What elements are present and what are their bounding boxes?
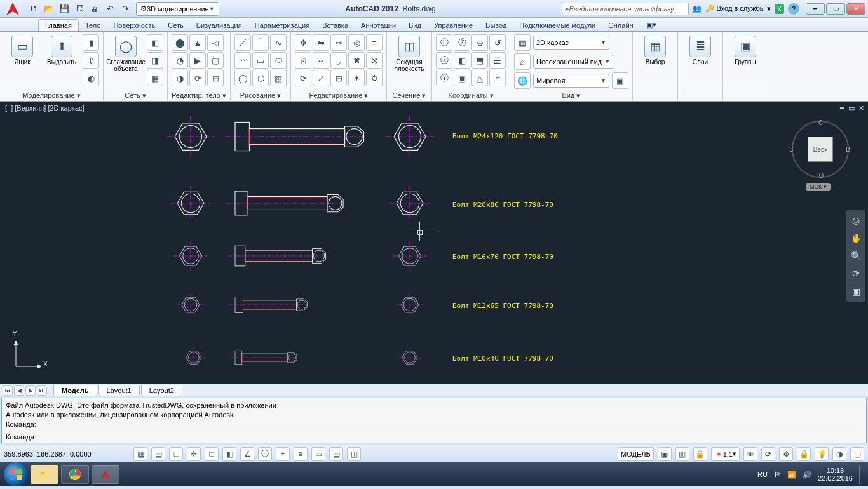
tab-view[interactable]: Вид: [402, 20, 428, 31]
help-icon[interactable]: ?: [788, 3, 799, 15]
faceextrude-icon[interactable]: ▲: [189, 34, 206, 51]
align-icon[interactable]: ≡: [366, 34, 383, 51]
zoom-icon[interactable]: 🔍: [849, 249, 863, 263]
taskbar-explorer-icon[interactable]: 📁: [31, 465, 58, 484]
ducs-icon[interactable]: Ⓛ: [258, 447, 272, 461]
visualstyle-icon[interactable]: ▦: [514, 34, 531, 51]
tab-insert[interactable]: Вставка: [316, 20, 355, 31]
command-input[interactable]: [40, 433, 862, 441]
hardware-accel-icon[interactable]: 💡: [815, 447, 829, 461]
panel-coords-title[interactable]: Координаты ▾: [436, 90, 506, 101]
workspace-selector[interactable]: ⚙ 3D моделирование ▼: [136, 2, 219, 16]
polysolid-icon[interactable]: ▮: [83, 34, 99, 51]
sc-icon[interactable]: ◫: [347, 447, 361, 461]
ucs-named-icon[interactable]: ☰: [489, 52, 506, 69]
tpy-icon[interactable]: ▭: [311, 447, 325, 461]
mdi-close-icon[interactable]: ✕: [858, 104, 864, 112]
taskbar-autocad-icon[interactable]: [92, 465, 119, 484]
subscription-icon[interactable]: 👥: [693, 4, 702, 13]
mdi-min-icon[interactable]: ━: [840, 104, 844, 112]
drawing-area[interactable]: [–] [Верхняя] [2D каркас] ━ ▭ ✕: [0, 102, 868, 384]
layers-button[interactable]: ≣Слои: [682, 34, 719, 67]
ucs-combo-icon[interactable]: 🌐: [514, 72, 531, 89]
viewcube[interactable]: Верх С Ю В З МСК ▾: [792, 121, 849, 178]
revolve-icon[interactable]: ◐: [83, 70, 99, 86]
app-menu-icon[interactable]: [3, 0, 23, 19]
minimize-button[interactable]: ━: [806, 3, 825, 15]
snap-icon[interactable]: ▦: [133, 447, 147, 461]
panel-modify-title[interactable]: Редактирование ▾: [295, 90, 383, 101]
panel-modeling-title[interactable]: Моделирование ▾: [4, 90, 99, 101]
array-icon[interactable]: ⊞: [330, 70, 347, 86]
mesh-less-icon[interactable]: ◨: [147, 52, 163, 69]
rotate-icon[interactable]: ⟳: [295, 70, 311, 86]
section-plane-button[interactable]: ◫Секущая плоскость: [391, 34, 428, 74]
isolate-icon[interactable]: ◑: [832, 447, 846, 461]
3dmove-icon[interactable]: ⤨: [366, 52, 383, 69]
trim-icon[interactable]: ✂: [330, 34, 347, 51]
toolbar-lock-icon[interactable]: 🔒: [797, 447, 811, 461]
pline-icon[interactable]: 〰: [234, 52, 251, 69]
coordinates-readout[interactable]: 359.8963, 166.2687, 0.0000: [4, 450, 118, 458]
qat-save-icon[interactable]: 💾: [57, 2, 71, 16]
named-view-combo[interactable]: Несохраненный вид▼: [533, 55, 613, 69]
orbit-icon[interactable]: ⟳: [849, 267, 863, 281]
tab-layout2[interactable]: Layout2: [141, 385, 182, 396]
selection-button[interactable]: ▦Выбор: [637, 34, 674, 67]
maximize-button[interactable]: ▭: [826, 3, 845, 15]
tab-mesh[interactable]: Сеть: [161, 20, 189, 31]
separate-icon[interactable]: ⊟: [207, 70, 224, 86]
panel-section-title[interactable]: Сечение ▾: [391, 90, 428, 101]
presspull-icon[interactable]: ⇕: [83, 52, 99, 69]
qat-saveas-icon[interactable]: 🖫: [72, 2, 86, 16]
3drotate-icon[interactable]: ⥁: [366, 70, 383, 86]
smooth-button[interactable]: ◯Сглаживание объекта: [107, 34, 144, 74]
ucs-world-icon[interactable]: Ⓛ: [436, 34, 452, 51]
ortho-icon[interactable]: ∟: [169, 447, 183, 461]
tab-annotate[interactable]: Аннотации: [355, 20, 402, 31]
hatch-icon[interactable]: ▨: [270, 70, 287, 86]
spline-icon[interactable]: ∿: [270, 34, 287, 51]
lwt-icon[interactable]: ≡: [294, 447, 308, 461]
ribbon-minimize-icon[interactable]: ▣▾: [640, 19, 663, 31]
tab-model[interactable]: Модель: [53, 385, 97, 396]
qp-icon[interactable]: ▤: [329, 447, 343, 461]
panel-view-title[interactable]: Вид ▾: [514, 90, 628, 101]
tray-clock[interactable]: 10:1322.02.2016: [818, 467, 853, 482]
facemove-icon[interactable]: ▶: [189, 52, 206, 69]
command-window[interactable]: Файл Autodesk DWG. Это файл формата Trus…: [1, 398, 867, 443]
exchange-icon[interactable]: X: [775, 4, 784, 14]
explode-icon[interactable]: ✶: [348, 70, 365, 86]
3dosnap-icon[interactable]: ◧: [222, 447, 236, 461]
otrack-icon[interactable]: ∠: [240, 447, 254, 461]
ucs-3p-icon[interactable]: △: [471, 70, 488, 86]
namedview-icon[interactable]: ⌂: [514, 53, 531, 70]
tab-solid[interactable]: Тело: [79, 20, 107, 31]
polar-icon[interactable]: ✛: [187, 447, 201, 461]
osnap-icon[interactable]: □: [205, 447, 219, 461]
mirror-icon[interactable]: ⇋: [313, 34, 329, 51]
tab-online[interactable]: Онлайн: [602, 20, 639, 31]
infocenter-search[interactable]: ▸ Введите ключевое слово/фразу: [562, 3, 689, 15]
ucs-view-icon[interactable]: ▣: [454, 70, 470, 86]
showmotion-icon[interactable]: ▣: [849, 285, 863, 298]
ellipse-icon[interactable]: ⬭: [270, 52, 287, 69]
intersect-icon[interactable]: ◑: [172, 70, 188, 86]
ucs-prev-icon[interactable]: ↺: [489, 34, 506, 51]
ucs-obj-icon[interactable]: ⬒: [471, 52, 488, 69]
tab-render[interactable]: Визуализация: [190, 20, 248, 31]
groups-button[interactable]: ▣Группы: [727, 34, 764, 67]
tray-network-icon[interactable]: 📶: [787, 471, 796, 479]
mesh-refine-icon[interactable]: ▦: [147, 70, 163, 86]
tab-surface[interactable]: Поверхность: [107, 20, 161, 31]
grid-icon[interactable]: ▤: [151, 447, 165, 461]
layout-last-icon[interactable]: ⏭: [37, 385, 47, 396]
line-icon[interactable]: ／: [234, 34, 251, 51]
qat-new-icon[interactable]: 🗋: [27, 2, 41, 16]
box-button[interactable]: ▭Ящик: [4, 34, 41, 67]
taper-icon[interactable]: ◁: [207, 34, 224, 51]
viewcube-ucs[interactable]: МСК ▾: [806, 183, 831, 191]
panel-solidedit-title[interactable]: Редактир. тело ▾: [172, 90, 226, 101]
ucs-y-icon[interactable]: Ⓨ: [436, 70, 452, 86]
tab-output[interactable]: Вывод: [479, 20, 513, 31]
